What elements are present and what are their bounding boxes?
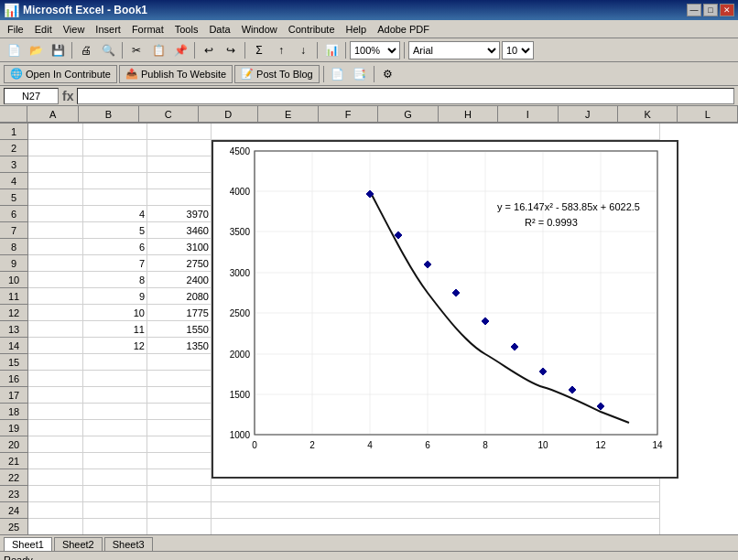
cell-A9[interactable] <box>28 255 83 272</box>
cell-B21[interactable] <box>83 453 147 469</box>
row-8[interactable]: 8 <box>0 239 27 255</box>
cell-B7[interactable]: 5 <box>83 222 147 239</box>
cell-A10[interactable] <box>28 272 83 288</box>
maximize-button[interactable]: □ <box>703 4 718 16</box>
row-23[interactable]: 23 <box>0 486 27 502</box>
cell-B20[interactable] <box>83 436 147 453</box>
cell-A14[interactable] <box>28 338 83 354</box>
cell-B17[interactable] <box>83 387 147 404</box>
cell-B14[interactable]: 12 <box>83 338 147 354</box>
minimize-button[interactable]: — <box>687 4 701 16</box>
menu-data[interactable]: Data <box>203 22 235 37</box>
undo-btn[interactable]: ↩ <box>199 40 219 60</box>
sheet-tab-1[interactable]: Sheet1 <box>4 537 52 551</box>
row-4[interactable]: 4 <box>0 173 27 189</box>
cell-B24[interactable] <box>83 502 147 519</box>
new-btn[interactable]: 📄 <box>4 40 24 60</box>
cell-C17[interactable] <box>147 387 212 404</box>
sheet-tab-2[interactable]: Sheet2 <box>54 537 103 551</box>
cell-C14[interactable]: 1350 <box>147 338 212 354</box>
save-btn[interactable]: 💾 <box>48 40 68 60</box>
sheet-tab-3[interactable]: Sheet3 <box>104 537 153 551</box>
cell-C25[interactable] <box>147 519 212 534</box>
cell-C10[interactable]: 2400 <box>147 272 212 288</box>
cell-B19[interactable] <box>83 420 147 436</box>
cell-B8[interactable]: 6 <box>83 239 147 255</box>
font-name-select[interactable]: Arial <box>408 41 500 59</box>
cell-B12[interactable]: 10 <box>83 305 147 321</box>
row-3[interactable]: 3 <box>0 156 27 173</box>
cell-C7[interactable]: 3460 <box>147 222 212 239</box>
menu-insert[interactable]: Insert <box>90 22 126 37</box>
cell-C18[interactable] <box>147 404 212 420</box>
menu-contribute[interactable]: Contribute <box>283 22 341 37</box>
row-15[interactable]: 15 <box>0 354 27 371</box>
cell-A8[interactable] <box>28 239 83 255</box>
cell-C20[interactable] <box>147 436 212 453</box>
menu-edit[interactable]: Edit <box>29 22 58 37</box>
cell-B11[interactable]: 9 <box>83 288 147 305</box>
row-22[interactable]: 22 <box>0 469 27 486</box>
col-I[interactable]: I <box>498 106 558 123</box>
cell-B15[interactable] <box>83 354 147 371</box>
cell-C9[interactable]: 2750 <box>147 255 212 272</box>
chart-btn[interactable]: 📊 <box>321 40 342 60</box>
cell-A17[interactable] <box>28 387 83 404</box>
cell-C2[interactable] <box>147 140 212 156</box>
preview-btn[interactable]: 🔍 <box>98 40 118 60</box>
zoom-select[interactable]: 100% <box>350 41 400 59</box>
extra-btn[interactable]: ⚙ <box>378 64 398 84</box>
redo-btn[interactable]: ↪ <box>221 40 241 60</box>
cell-reference-input[interactable] <box>4 88 59 104</box>
chart-container[interactable]: 4500 4000 3500 3000 2500 2000 <box>212 140 678 479</box>
menu-format[interactable]: Format <box>126 22 169 37</box>
cut-btn[interactable]: ✂ <box>126 40 147 60</box>
close-button[interactable]: ✕ <box>720 4 734 16</box>
row-19[interactable]: 19 <box>0 420 27 436</box>
cell-A21[interactable] <box>28 453 83 469</box>
cell-B2[interactable] <box>83 140 147 156</box>
menu-help[interactable]: Help <box>341 22 373 37</box>
cell-D1[interactable] <box>212 124 660 140</box>
row-9[interactable]: 9 <box>0 255 27 272</box>
row-17[interactable]: 17 <box>0 387 27 404</box>
cell-C6[interactable]: 3970 <box>147 206 212 222</box>
cell-C23[interactable] <box>147 486 212 502</box>
autosum-btn[interactable]: Σ <box>249 40 269 60</box>
cell-B1[interactable] <box>83 124 147 140</box>
print-btn[interactable]: 🖨 <box>76 40 96 60</box>
open-in-contribute-button[interactable]: 🌐 Open In Contribute <box>4 65 117 83</box>
cell-B3[interactable] <box>83 156 147 173</box>
cell-D25[interactable] <box>212 519 660 534</box>
cell-B4[interactable] <box>83 173 147 189</box>
cell-A18[interactable] <box>28 404 83 420</box>
row-18[interactable]: 18 <box>0 404 27 420</box>
col-B[interactable]: B <box>79 106 138 123</box>
cell-C11[interactable]: 2080 <box>147 288 212 305</box>
cell-A6[interactable] <box>28 206 83 222</box>
row-16[interactable]: 16 <box>0 371 27 387</box>
cell-A2[interactable] <box>28 140 83 156</box>
row-14[interactable]: 14 <box>0 338 27 354</box>
row-12[interactable]: 12 <box>0 305 27 321</box>
cell-A16[interactable] <box>28 371 83 387</box>
pdf-btn[interactable]: 📄 <box>328 64 348 84</box>
formula-input[interactable] <box>77 88 734 104</box>
cell-D24[interactable] <box>212 502 660 519</box>
cell-C16[interactable] <box>147 371 212 387</box>
row-5[interactable]: 5 <box>0 189 27 206</box>
row-21[interactable]: 21 <box>0 453 27 469</box>
cell-A20[interactable] <box>28 436 83 453</box>
col-D[interactable]: D <box>199 106 258 123</box>
cell-B23[interactable] <box>83 486 147 502</box>
cell-B10[interactable]: 8 <box>83 272 147 288</box>
publish-to-website-button[interactable]: 📤 Publish To Website <box>119 65 233 83</box>
paste-btn[interactable]: 📌 <box>170 40 190 60</box>
row-2[interactable]: 2 <box>0 140 27 156</box>
col-K[interactable]: K <box>618 106 678 123</box>
cell-C1[interactable] <box>147 124 212 140</box>
col-L[interactable]: L <box>678 106 737 123</box>
cell-C8[interactable]: 3100 <box>147 239 212 255</box>
row-13[interactable]: 13 <box>0 321 27 338</box>
row-24[interactable]: 24 <box>0 502 27 519</box>
